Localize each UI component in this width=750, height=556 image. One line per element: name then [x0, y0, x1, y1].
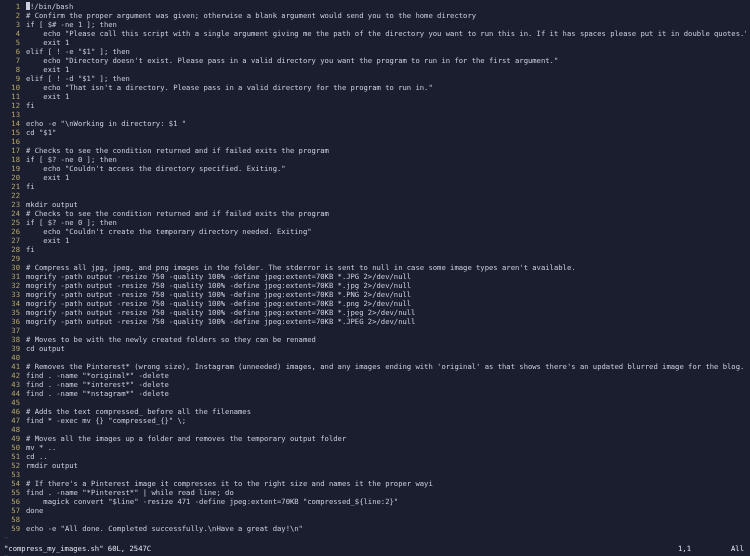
line-content[interactable]: exit 1 [26, 92, 746, 101]
line-content[interactable]: find . -name "*nstagram*" -delete [26, 389, 746, 398]
line-content[interactable] [26, 110, 746, 119]
line-content[interactable]: cd .. [26, 452, 746, 461]
line-content[interactable]: magick convert "$line" -resize 471 -defi… [26, 497, 746, 506]
code-line[interactable]: 46# Adds the text compressed_ before all… [4, 407, 746, 416]
line-content[interactable] [26, 353, 746, 362]
line-content[interactable]: cd "$1" [26, 128, 746, 137]
line-content[interactable]: done [26, 506, 746, 515]
code-line[interactable]: 45 [4, 398, 746, 407]
line-content[interactable]: mogrify -path output -resize 750 -qualit… [26, 281, 746, 290]
code-line[interactable]: 32mogrify -path output -resize 750 -qual… [4, 281, 746, 290]
code-line[interactable]: 20 exit 1 [4, 173, 746, 182]
line-content[interactable]: exit 1 [26, 38, 746, 47]
code-line[interactable]: 17# Checks to see the condition returned… [4, 146, 746, 155]
line-content[interactable]: # Checks to see the condition returned a… [26, 146, 746, 155]
line-content[interactable]: if [ $? -ne 0 ]; then [26, 218, 746, 227]
code-line[interactable]: 40 [4, 353, 746, 362]
code-line[interactable]: 7 echo "Directory doesn't exist. Please … [4, 56, 746, 65]
line-content[interactable] [26, 254, 746, 263]
line-content[interactable] [26, 326, 746, 335]
line-content[interactable]: # Checks to see the condition returned a… [26, 209, 746, 218]
line-content[interactable]: # If there's a Pinterest image it compre… [26, 479, 746, 488]
code-line[interactable]: 16 [4, 137, 746, 146]
code-line[interactable]: 56 magick convert "$line" -resize 471 -d… [4, 497, 746, 506]
code-line[interactable]: 1!/bin/bash [4, 2, 746, 11]
line-content[interactable]: !/bin/bash [26, 2, 746, 11]
code-line[interactable]: 9elif [ ! -d "$1" ]; then [4, 74, 746, 83]
line-content[interactable]: echo "Please call this script with a sin… [26, 29, 746, 38]
line-content[interactable]: fi [26, 245, 746, 254]
line-content[interactable]: mogrify -path output -resize 750 -qualit… [26, 272, 746, 281]
line-content[interactable]: find . -name "*interest*" -delete [26, 380, 746, 389]
line-content[interactable]: find . -name "*original*" -delete [26, 371, 746, 380]
line-content[interactable]: echo -e "\nWorking in directory: $1 " [26, 119, 746, 128]
line-content[interactable]: fi [26, 182, 746, 191]
code-line[interactable]: 13 [4, 110, 746, 119]
code-line[interactable]: 30# Compress all jpg, jpeg, and png imag… [4, 263, 746, 272]
code-line[interactable]: 15cd "$1" [4, 128, 746, 137]
code-line[interactable]: 21fi [4, 182, 746, 191]
line-content[interactable]: # Moves to be with the newly created fol… [26, 335, 746, 344]
code-line[interactable]: 35mogrify -path output -resize 750 -qual… [4, 308, 746, 317]
code-line[interactable]: 42find . -name "*original*" -delete [4, 371, 746, 380]
code-line[interactable]: 54# If there's a Pinterest image it comp… [4, 479, 746, 488]
code-editor[interactable]: 1!/bin/bash2# Confirm the proper argumen… [0, 0, 750, 556]
code-line[interactable]: 8 exit 1 [4, 65, 746, 74]
code-line[interactable]: 22 [4, 191, 746, 200]
line-content[interactable]: # Removes the Pinterest* (wrong size), I… [26, 362, 746, 371]
code-line[interactable]: 31mogrify -path output -resize 750 -qual… [4, 272, 746, 281]
code-line[interactable]: 59echo -e "All done. Completed successfu… [4, 524, 746, 533]
line-content[interactable]: mv * .. [26, 443, 746, 452]
code-line[interactable]: 53 [4, 470, 746, 479]
line-content[interactable]: cd output [26, 344, 746, 353]
line-content[interactable] [26, 137, 746, 146]
line-content[interactable]: fi [26, 101, 746, 110]
line-content[interactable]: echo "Couldn't access the directory spec… [26, 164, 746, 173]
code-line[interactable]: 44find . -name "*nstagram*" -delete [4, 389, 746, 398]
code-line[interactable]: 10 echo "That isn't a directory. Please … [4, 83, 746, 92]
line-content[interactable]: echo "Couldn't create the temporary dire… [26, 227, 746, 236]
line-content[interactable]: mogrify -path output -resize 750 -qualit… [26, 290, 746, 299]
code-line[interactable]: 2# Confirm the proper argument was given… [4, 11, 746, 20]
line-content[interactable]: echo "Directory doesn't exist. Please pa… [26, 56, 746, 65]
code-line[interactable]: 29 [4, 254, 746, 263]
line-content[interactable] [26, 515, 746, 524]
line-content[interactable] [26, 470, 746, 479]
code-line[interactable]: 23mkdir output [4, 200, 746, 209]
line-content[interactable]: # Moves all the images up a folder and r… [26, 434, 746, 443]
line-content[interactable] [26, 191, 746, 200]
code-line[interactable]: 36mogrify -path output -resize 750 -qual… [4, 317, 746, 326]
line-content[interactable]: if [ $# -ne 1 ]; then [26, 20, 746, 29]
code-line[interactable]: 43find . -name "*interest*" -delete [4, 380, 746, 389]
code-line[interactable]: 48 [4, 425, 746, 434]
code-line[interactable]: 18if [ $? -ne 0 ]; then [4, 155, 746, 164]
code-line[interactable]: 4 echo "Please call this script with a s… [4, 29, 746, 38]
code-line[interactable]: 26 echo "Couldn't create the temporary d… [4, 227, 746, 236]
line-content[interactable]: # Confirm the proper argument was given;… [26, 11, 746, 20]
line-content[interactable]: echo "That isn't a directory. Please pas… [26, 83, 746, 92]
code-line[interactable]: 38# Moves to be with the newly created f… [4, 335, 746, 344]
line-content[interactable]: # Compress all jpg, jpeg, and png images… [26, 263, 746, 272]
code-line[interactable]: 12fi [4, 101, 746, 110]
line-content[interactable]: mogrify -path output -resize 750 -qualit… [26, 317, 746, 326]
line-content[interactable]: find . -name "*Pinterest*" | while read … [26, 488, 746, 497]
code-line[interactable]: 28fi [4, 245, 746, 254]
line-content[interactable]: mkdir output [26, 200, 746, 209]
line-content[interactable]: exit 1 [26, 173, 746, 182]
code-line[interactable]: 34mogrify -path output -resize 750 -qual… [4, 299, 746, 308]
code-line[interactable]: 19 echo "Couldn't access the directory s… [4, 164, 746, 173]
line-content[interactable]: mogrify -path output -resize 750 -qualit… [26, 299, 746, 308]
code-line[interactable]: 58 [4, 515, 746, 524]
code-line[interactable]: 37 [4, 326, 746, 335]
line-content[interactable]: elif [ ! -e "$1" ]; then [26, 47, 746, 56]
code-line[interactable]: 33mogrify -path output -resize 750 -qual… [4, 290, 746, 299]
code-line[interactable]: 47find * -exec mv {} "compressed_{}" \; [4, 416, 746, 425]
code-line[interactable]: 57done [4, 506, 746, 515]
code-line[interactable]: 55find . -name "*Pinterest*" | while rea… [4, 488, 746, 497]
line-content[interactable]: exit 1 [26, 65, 746, 74]
code-line[interactable]: 3if [ $# -ne 1 ]; then [4, 20, 746, 29]
code-line[interactable]: 11 exit 1 [4, 92, 746, 101]
line-content[interactable]: rmdir output [26, 461, 746, 470]
code-line[interactable]: 49# Moves all the images up a folder and… [4, 434, 746, 443]
line-content[interactable]: # Adds the text compressed_ before all t… [26, 407, 746, 416]
